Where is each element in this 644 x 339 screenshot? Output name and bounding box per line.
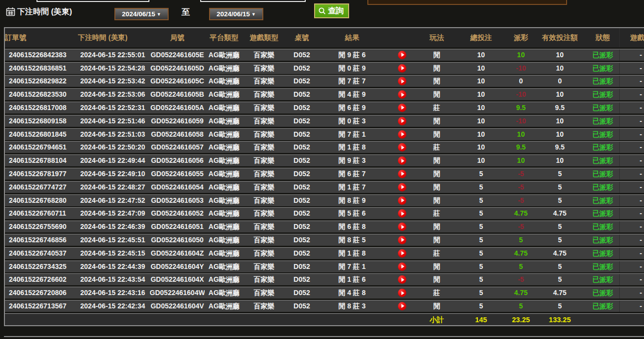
col-valid-bet: 有效投注額 — [534, 28, 586, 47]
cell-table-number: D052 — [285, 102, 319, 113]
cell-valid-bet: 10 — [534, 49, 586, 61]
replay-icon[interactable] — [398, 130, 406, 139]
replay-icon[interactable] — [398, 77, 406, 85]
subtotal-payout: 23.25 — [508, 314, 534, 325]
subtotal-valid: 133.25 — [534, 314, 586, 325]
cell-payout: -10 — [508, 89, 534, 100]
cell-result: 閒 7 莊 1 — [319, 129, 385, 140]
cell-result: 閒 1 莊 7 — [319, 182, 385, 193]
partial-box-top-right[interactable] — [367, 0, 567, 5]
replay-icon[interactable] — [398, 51, 406, 59]
cell-bet-type: 閒 — [420, 234, 454, 246]
cell-order-number: 240615226746856 — [5, 234, 78, 246]
replay-icon[interactable] — [398, 275, 406, 284]
partial-input-left[interactable] — [36, 0, 149, 2]
cell-payout: -10 — [508, 115, 534, 127]
cell-payout: 4.75 — [508, 208, 534, 219]
cell-round-number: GD05224616056 — [150, 155, 205, 166]
cell-status: 已派彩 — [586, 63, 619, 74]
cell-status: 已派彩 — [586, 49, 619, 61]
table-row: 240615226809158 2024-06-15 22:51:46 GD05… — [5, 115, 644, 127]
replay-icon[interactable] — [398, 104, 406, 112]
cell-result: 閒 8 莊 3 — [319, 301, 385, 312]
cell-valid-bet: 0 — [534, 75, 586, 87]
cell-payout: 4.75 — [508, 248, 534, 259]
cell-bet-time: 2024-06-15 22:47:52 — [78, 195, 150, 206]
table-row: 240615226760711 2024-06-15 22:47:09 GD05… — [5, 207, 644, 219]
cell-bet-type: 閒 — [420, 89, 454, 100]
col-status: 狀態 — [586, 28, 619, 47]
cell-payout: -5 — [508, 168, 534, 180]
cell-game-extra: - — [619, 129, 644, 140]
cell-valid-bet: 10 — [534, 89, 586, 100]
table-row: 240615226836851 2024-06-15 22:54:28 GD05… — [5, 62, 644, 74]
cell-bet-type: 閒 — [420, 168, 454, 180]
col-replay — [385, 28, 420, 47]
cell-platform: AG歐洲廳 — [205, 142, 243, 153]
cell-bet-time: 2024-06-15 22:50:20 — [78, 142, 150, 153]
cell-payout: -5 — [508, 195, 534, 206]
replay-icon[interactable] — [398, 223, 406, 231]
cell-valid-bet: 5 — [534, 234, 586, 246]
replay-icon[interactable] — [398, 289, 406, 297]
cell-bet-time: 2024-06-15 22:52:31 — [78, 102, 150, 113]
cell-table-number: D052 — [285, 129, 319, 140]
cell-round-number: GD0522461605B — [150, 89, 205, 100]
replay-icon[interactable] — [398, 156, 406, 165]
cell-table-number: D052 — [285, 221, 319, 232]
replay-icon[interactable] — [398, 117, 406, 125]
cell-replay — [385, 182, 420, 193]
cell-bet-type: 閒 — [420, 221, 454, 232]
cell-result: 閒 4 莊 8 — [319, 287, 385, 299]
cell-total-bet: 5 — [454, 208, 508, 219]
cell-round-number: GD0522461604X — [150, 274, 205, 285]
replay-icon[interactable] — [398, 90, 406, 99]
replay-icon[interactable] — [398, 143, 406, 151]
cell-replay — [385, 75, 420, 87]
cell-round-number: GD05224616050 — [150, 234, 205, 246]
replay-icon[interactable] — [398, 263, 406, 271]
date-from-select[interactable]: 2024/06/15▼ — [114, 8, 169, 20]
table-row: 240615226823530 2024-06-15 22:53:06 GD05… — [5, 88, 644, 100]
replay-icon[interactable] — [398, 302, 406, 310]
cell-valid-bet: 5 — [534, 301, 586, 312]
cell-round-number: GD0522461605D — [150, 63, 205, 74]
replay-icon[interactable] — [398, 196, 406, 205]
cell-result: 閒 6 莊 9 — [319, 102, 385, 113]
replay-icon[interactable] — [398, 183, 406, 191]
cell-game-extra: - — [619, 63, 644, 74]
replay-icon[interactable] — [398, 236, 406, 244]
cell-order-number: 240615226734325 — [5, 261, 78, 272]
cell-valid-bet: 10 — [534, 115, 586, 127]
date-to-select[interactable]: 2024/06/15▼ — [209, 8, 263, 20]
cell-valid-bet: 5 — [534, 168, 586, 180]
cell-round-number: GD05224616057 — [150, 142, 205, 153]
replay-icon[interactable] — [398, 209, 406, 218]
search-button[interactable]: 查詢 — [314, 3, 349, 18]
cell-replay — [385, 63, 420, 74]
cell-bet-time: 2024-06-15 22:48:27 — [78, 182, 150, 193]
cell-game-extra: - — [619, 287, 644, 299]
partial-input-right[interactable] — [200, 0, 306, 2]
table-row: 240615226740537 2024-06-15 22:45:15 GD05… — [5, 247, 644, 259]
col-game-extra: 遊戲種 — [619, 28, 644, 47]
cell-result: 閒 4 莊 9 — [319, 89, 385, 100]
cell-payout: -5 — [508, 182, 534, 193]
cell-bet-time: 2024-06-15 22:51:46 — [78, 115, 150, 127]
cell-status: 已派彩 — [586, 301, 619, 312]
cell-valid-bet: 5 — [534, 261, 586, 272]
cell-round-number: GD05224616051 — [150, 221, 205, 232]
replay-icon[interactable] — [398, 64, 406, 73]
cell-status: 已派彩 — [586, 287, 619, 299]
search-icon — [318, 7, 326, 15]
cell-bet-time: 2024-06-15 22:55:01 — [78, 49, 150, 61]
col-round-number: 局號 — [150, 28, 205, 47]
replay-icon[interactable] — [398, 249, 406, 258]
cell-bet-type: 莊 — [420, 102, 454, 113]
subtotal-total: 145 — [454, 314, 508, 325]
cell-game-type: 百家樂 — [243, 301, 285, 312]
cell-round-number: GD05224616054 — [150, 182, 205, 193]
cell-platform: AG歐洲廳 — [205, 195, 243, 206]
replay-icon[interactable] — [398, 170, 406, 178]
cell-table-number: D052 — [285, 115, 319, 127]
